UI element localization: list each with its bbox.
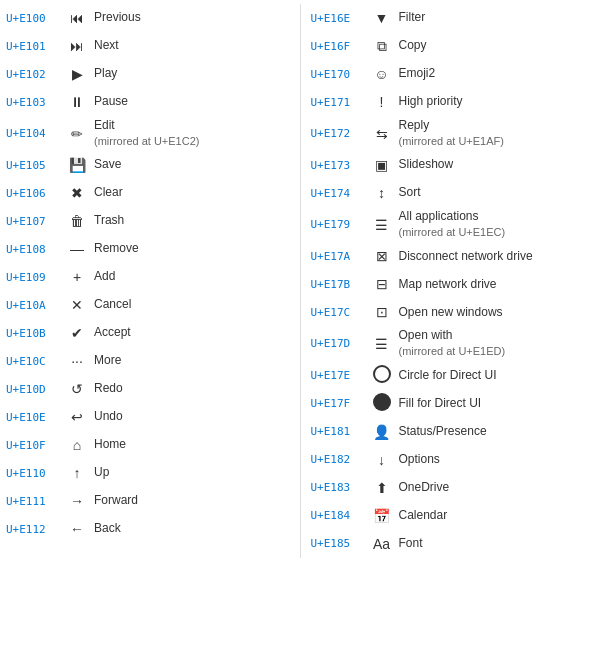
unicode-code: U+E16E [311,12,369,25]
unicode-code: U+E109 [6,271,64,284]
unicode-code: U+E110 [6,467,64,480]
icon-glyph: Aa [369,536,395,552]
icon-label: Edit(mirrored at U+E1C2) [90,118,290,149]
table-row: U+E105💾Save [0,151,296,179]
icon-label: High priority [395,94,595,110]
icon-glyph: ··· [64,353,90,369]
icon-glyph [369,393,395,414]
table-row: U+E183⬆OneDrive [305,474,601,502]
table-row: U+E170☺Emoji2 [305,60,601,88]
unicode-code: U+E179 [311,218,369,231]
unicode-code: U+E103 [6,96,64,109]
col-divider [300,4,301,558]
unicode-code: U+E173 [311,159,369,172]
table-row: U+E171!High priority [305,88,601,116]
icon-glyph: ✖ [64,185,90,201]
table-row: U+E111→Forward [0,487,296,515]
table-row: U+E108—Remove [0,235,296,263]
right-col-group: U+E16E▼FilterU+E16F⧉CopyU+E170☺Emoji2U+E… [305,4,601,558]
table-row: U+E103⏸Pause [0,88,296,116]
unicode-code: U+E17B [311,278,369,291]
icon-glyph: ▣ [369,157,395,173]
unicode-code: U+E100 [6,12,64,25]
icon-glyph: 💾 [64,157,90,173]
icon-label: Previous [90,10,290,26]
table-row: U+E17ECircle for Direct UI [305,362,601,390]
icon-glyph: ✕ [64,297,90,313]
unicode-code: U+E10F [6,439,64,452]
unicode-code: U+E108 [6,243,64,256]
table-row: U+E10B✔Accept [0,319,296,347]
icon-label: Fill for Direct UI [395,396,595,412]
icon-label: Copy [395,38,595,54]
table-row: U+E17B⊟Map network drive [305,270,601,298]
icon-label: Emoji2 [395,66,595,82]
table-row: U+E106✖Clear [0,179,296,207]
icon-glyph: 🗑 [64,213,90,229]
unicode-code: U+E102 [6,68,64,81]
table-row: U+E184📅Calendar [305,502,601,530]
table-row: U+E16E▼Filter [305,4,601,32]
icon-glyph: 👤 [369,424,395,440]
icon-label: Slideshow [395,157,595,173]
table-row: U+E16F⧉Copy [305,32,601,60]
table-row: U+E174↕Sort [305,179,601,207]
unicode-code: U+E112 [6,523,64,536]
icon-label: Filter [395,10,595,26]
unicode-code: U+E105 [6,159,64,172]
unicode-code: U+E17E [311,369,369,382]
icon-glyph: ✏ [64,126,90,142]
icon-label: Up [90,465,290,481]
icon-glyph: + [64,269,90,285]
table-row: U+E112←Back [0,515,296,543]
table-row: U+E104✏Edit(mirrored at U+E1C2) [0,116,296,151]
icon-glyph: ↩ [64,409,90,425]
icon-label: Font [395,536,595,552]
table-row: U+E110↑Up [0,459,296,487]
unicode-code: U+E10A [6,299,64,312]
unicode-code: U+E101 [6,40,64,53]
icon-glyph: ⊟ [369,276,395,292]
table-row: U+E10D↺Redo [0,375,296,403]
icon-label: Next [90,38,290,54]
icon-glyph: ⧉ [369,38,395,55]
unicode-code: U+E17A [311,250,369,263]
unicode-code: U+E183 [311,481,369,494]
icon-glyph: ↓ [369,452,395,468]
icon-glyph: ▼ [369,10,395,26]
unicode-code: U+E17D [311,337,369,350]
unicode-code: U+E10D [6,383,64,396]
unicode-code: U+E174 [311,187,369,200]
icon-label: Calendar [395,508,595,524]
icon-label: Redo [90,381,290,397]
icon-label: All applications(mirrored at U+E1EC) [395,209,595,240]
unicode-code: U+E10B [6,327,64,340]
icon-glyph: ⌂ [64,437,90,453]
icon-glyph: ⏸ [64,94,90,110]
table-row: U+E100⏮Previous [0,4,296,32]
icon-glyph: ⊡ [369,304,395,320]
table-row: U+E17A⊠Disconnect network drive [305,242,601,270]
icon-table: U+E100⏮PreviousU+E101⏭NextU+E102▶PlayU+E… [0,0,600,562]
table-row: U+E10A✕Cancel [0,291,296,319]
icon-label: Back [90,521,290,537]
table-row: U+E10C···More [0,347,296,375]
icon-glyph: ☰ [369,217,395,233]
unicode-code: U+E16F [311,40,369,53]
table-row: U+E17FFill for Direct UI [305,390,601,418]
unicode-code: U+E104 [6,127,64,140]
icon-label: Pause [90,94,290,110]
unicode-code: U+E172 [311,127,369,140]
unicode-code: U+E10E [6,411,64,424]
icon-glyph: ↺ [64,381,90,397]
unicode-code: U+E170 [311,68,369,81]
table-row: U+E17D☰Open with(mirrored at U+E1ED) [305,326,601,361]
table-row: U+E185AaFont [305,530,601,558]
icon-glyph: ← [64,521,90,537]
icon-label: Forward [90,493,290,509]
icon-glyph: 📅 [369,508,395,524]
icon-glyph: — [64,241,90,257]
unicode-code: U+E184 [311,509,369,522]
icon-label: Cancel [90,297,290,313]
unicode-code: U+E17C [311,306,369,319]
